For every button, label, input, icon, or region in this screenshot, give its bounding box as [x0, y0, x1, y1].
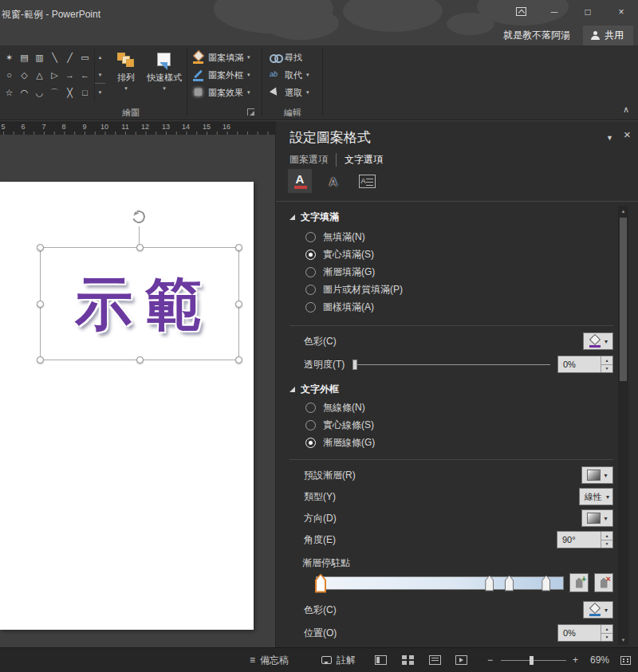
zoom-slider-thumb[interactable]	[530, 656, 534, 665]
shape-icon[interactable]: →	[62, 66, 77, 84]
add-gradient-stop-button[interactable]	[569, 573, 589, 592]
pane-scrollbar[interactable]: ▲ ▼	[618, 206, 628, 645]
arrange-button[interactable]: 排列 ▾	[112, 49, 140, 106]
radio-button[interactable]	[305, 403, 316, 413]
pane-close-icon[interactable]: ×	[624, 128, 631, 141]
shape-icon[interactable]: ╱	[62, 49, 77, 66]
transparency-spinbox[interactable]: 0% ▲▼	[557, 356, 613, 373]
selection-handle[interactable]	[37, 356, 44, 364]
gradient-stop[interactable]	[505, 576, 514, 591]
slide-sorter-view-button[interactable]	[402, 648, 414, 672]
gallery-scroll-down-button[interactable]: ▼	[95, 66, 105, 84]
fill-color-button[interactable]: ▾	[583, 332, 613, 350]
close-button[interactable]: ×	[605, 0, 638, 23]
scrollbar-thumb[interactable]	[620, 218, 627, 381]
slideshow-view-button[interactable]	[455, 648, 467, 672]
shape-fill-button[interactable]: 圖案填滿 ▾	[189, 49, 254, 66]
selection-handle[interactable]	[235, 356, 242, 364]
quick-styles-button[interactable]: 快速樣式 ▾	[144, 49, 185, 106]
gradient-stops-bar[interactable]	[316, 576, 564, 590]
slide-canvas[interactable]: 示範	[0, 182, 254, 630]
text-outline-section-header[interactable]: 文字外框	[289, 383, 613, 395]
text-fill-section-header[interactable]: 文字填滿	[289, 210, 613, 223]
remove-gradient-stop-button[interactable]	[594, 573, 613, 592]
share-button[interactable]: 共用	[583, 26, 633, 45]
pane-menu-icon[interactable]: ▼	[606, 134, 613, 142]
shape-icon[interactable]: ✶	[2, 49, 17, 66]
restore-button[interactable]: □	[571, 0, 605, 23]
radio-option[interactable]: 實心線條(S)	[289, 416, 613, 434]
wordart-text[interactable]: 示範	[44, 253, 235, 356]
spinner-arrows[interactable]: ▲▼	[601, 356, 612, 372]
zoom-slider[interactable]	[501, 648, 566, 672]
shape-icon[interactable]: ⌒	[47, 84, 62, 101]
outline-color-button[interactable]: ▾	[583, 601, 613, 619]
radio-button[interactable]	[305, 420, 316, 430]
selection-handle[interactable]	[235, 301, 242, 308]
comments-button[interactable]: 註解	[321, 648, 356, 672]
scroll-down-icon[interactable]: ▼	[618, 635, 628, 645]
radio-option[interactable]: 圖片或材質填滿(P)	[289, 281, 613, 298]
replace-button[interactable]: 取代 ▾	[266, 66, 313, 84]
collapse-ribbon-button[interactable]: ∧	[619, 104, 633, 115]
shape-icon[interactable]: ▷	[47, 66, 62, 84]
gallery-more-button[interactable]: ▼	[95, 83, 105, 101]
selection-handle[interactable]	[37, 301, 44, 308]
normal-view-button[interactable]	[375, 648, 387, 672]
shape-icon[interactable]: ◡	[32, 84, 47, 101]
dialog-launcher-icon[interactable]	[247, 108, 254, 116]
reading-view-button[interactable]	[429, 648, 441, 672]
rotate-handle-icon[interactable]	[130, 208, 147, 225]
slider-thumb[interactable]	[352, 360, 357, 370]
shape-icon[interactable]: ╳	[62, 84, 77, 101]
radio-option[interactable]: 漸層填滿(G)	[289, 263, 613, 281]
shape-icon[interactable]: ☆	[2, 84, 17, 101]
pane-tab[interactable]: 文字選項	[336, 153, 391, 167]
select-button[interactable]: 選取 ▾	[266, 84, 313, 101]
preset-gradients-button[interactable]: ▾	[581, 466, 613, 484]
selection-handle[interactable]	[136, 356, 144, 364]
radio-button[interactable]	[305, 250, 316, 260]
spinner-arrows[interactable]: ▲▼	[601, 625, 612, 641]
radio-button[interactable]	[305, 285, 316, 295]
gradient-type-dropdown[interactable]: 線性 ▾	[579, 488, 613, 505]
shape-icon[interactable]: ◠	[17, 84, 32, 101]
radio-button[interactable]	[305, 267, 316, 277]
shape-icon[interactable]: ▥	[32, 49, 47, 66]
shape-icon[interactable]: □	[77, 84, 93, 101]
radio-button[interactable]	[305, 232, 316, 242]
spinner-arrows[interactable]: ▲▼	[601, 532, 612, 548]
gradient-stop[interactable]	[315, 574, 326, 593]
shape-icon[interactable]: ○	[2, 66, 17, 84]
gallery-scroll-up-button[interactable]: ▲	[95, 49, 105, 66]
gradient-angle-spinbox[interactable]: 90° ▲▼	[557, 531, 613, 548]
ribbon-display-options-button[interactable]	[504, 0, 538, 23]
zoom-level[interactable]: 69%	[590, 648, 609, 672]
radio-option[interactable]: 圖樣填滿(A)	[289, 298, 613, 316]
find-button[interactable]: 尋找	[266, 49, 313, 66]
scroll-up-icon[interactable]: ▲	[618, 206, 628, 216]
shape-icon[interactable]: ╲	[47, 49, 62, 66]
gradient-stop[interactable]	[485, 576, 494, 591]
radio-button[interactable]	[305, 302, 316, 312]
selection-handle[interactable]	[235, 244, 242, 251]
shape-icon[interactable]: ◇	[17, 66, 32, 84]
text-fill-outline-tab[interactable]: A	[288, 169, 312, 193]
selection-handle[interactable]	[136, 244, 144, 251]
zoom-out-button[interactable]: −	[487, 648, 493, 672]
textbox-tab[interactable]: A	[355, 169, 379, 193]
transparency-slider[interactable]	[352, 356, 550, 373]
shape-icon[interactable]: ▭	[77, 49, 93, 66]
text-effects-tab[interactable]: A	[321, 169, 345, 193]
radio-option[interactable]: 無填滿(N)	[289, 228, 613, 246]
shape-effects-button[interactable]: 圖案效果 ▾	[189, 84, 254, 101]
shape-icon[interactable]: △	[32, 66, 47, 84]
shape-outline-button[interactable]: 圖案外框 ▾	[189, 66, 254, 84]
stop-position-spinbox[interactable]: 0% ▲▼	[557, 624, 613, 642]
gradient-direction-button[interactable]: ▾	[581, 509, 613, 527]
minimize-button[interactable]: ─	[538, 0, 571, 23]
radio-button[interactable]	[305, 438, 316, 448]
selection-handle[interactable]	[37, 244, 44, 251]
radio-option[interactable]: 漸層線條(G)	[289, 434, 613, 451]
notes-button[interactable]: ≡ 備忘稿	[250, 648, 289, 672]
